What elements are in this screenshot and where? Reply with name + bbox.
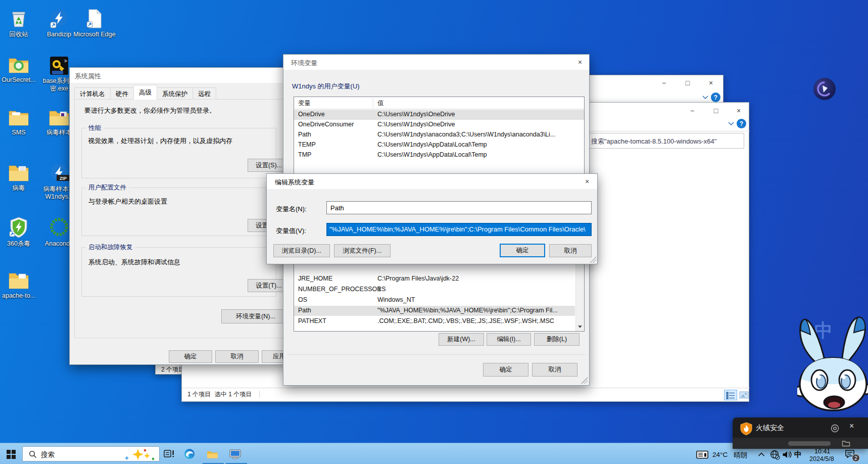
scroll-down-button[interactable] bbox=[576, 322, 585, 331]
icon-label: Microsoft Edge bbox=[73, 31, 116, 38]
details-view-button[interactable] bbox=[724, 390, 737, 400]
ime-indicator[interactable]: 中 bbox=[794, 450, 802, 459]
maximize-icon[interactable]: □ bbox=[683, 79, 693, 87]
desktop-icon-microsoft-edge[interactable]: Microsoft Edge bbox=[73, 8, 116, 38]
explorer-search-box[interactable]: 搜索"apache-tomcat-8.5.100-windows-x64" bbox=[588, 133, 744, 149]
status-item-count: 1 个项目 bbox=[187, 390, 211, 399]
file-explorer-taskbar-icon[interactable] bbox=[207, 450, 218, 459]
variable-value-field[interactable]: "%JAVA_HOME%\bin;%JAVA_HOME%\jre\bin";C:… bbox=[326, 223, 592, 236]
volume-icon[interactable] bbox=[782, 450, 792, 459]
taskbar-search-box[interactable]: 搜索 bbox=[22, 446, 160, 461]
huorong-notification: 火绒安全 × bbox=[733, 417, 868, 449]
user-variables-table[interactable]: 变量 值 OneDriveC:\Users\W1ndys\OneDrive On… bbox=[294, 97, 585, 176]
group-desc: 系统启动、系统故障和调试信息 bbox=[88, 258, 180, 267]
variable-name-value: Path bbox=[330, 204, 344, 212]
table-row[interactable]: OSWindows_NT bbox=[294, 295, 584, 305]
ok-button[interactable]: 确定 bbox=[169, 350, 212, 363]
tab-system-protection[interactable]: 系统保护 bbox=[157, 87, 193, 100]
desktop-icon-sms[interactable]: SMS bbox=[0, 108, 40, 136]
clock-time[interactable]: 10:41 bbox=[814, 448, 830, 455]
edit-variable-button[interactable]: 编辑(I)... bbox=[487, 333, 531, 346]
cancel-button[interactable]: 取消 bbox=[215, 350, 259, 363]
column-variable[interactable]: 变量 bbox=[298, 99, 311, 108]
cancel-button[interactable]: 取消 bbox=[549, 244, 592, 257]
minimize-icon[interactable]: − bbox=[687, 107, 697, 115]
desktop-icon-360[interactable]: 360杀毒 bbox=[0, 216, 40, 248]
ok-button[interactable]: 确定 bbox=[500, 244, 545, 257]
resize-grip[interactable] bbox=[581, 377, 588, 384]
column-value[interactable]: 值 bbox=[377, 99, 384, 108]
cancel-button[interactable]: 取消 bbox=[532, 363, 577, 377]
status-selected-count: 选中 1 个项目 bbox=[215, 390, 252, 399]
close-icon[interactable]: × bbox=[582, 177, 592, 185]
tab-hardware[interactable]: 硬件 bbox=[110, 87, 134, 100]
icon-label: 回收站 bbox=[0, 31, 40, 38]
notification-title: 火绒安全 bbox=[756, 424, 784, 433]
edge-shortcut-icon bbox=[84, 8, 105, 29]
icon-label: 病毒 bbox=[0, 184, 40, 192]
zip-badge-text: ZIP bbox=[60, 176, 67, 181]
close-icon[interactable]: × bbox=[706, 79, 716, 87]
new-variable-button[interactable]: 新建(W)... bbox=[439, 333, 484, 346]
browse-file-button[interactable]: 浏览文件(F)... bbox=[334, 244, 391, 257]
maximize-icon[interactable]: □ bbox=[711, 107, 721, 115]
table-row[interactable]: OneDriveConsumerC:\Users\W1ndys\OneDrive bbox=[294, 120, 584, 130]
start-button-icon[interactable] bbox=[7, 450, 16, 459]
ok-button[interactable]: 确定 bbox=[483, 363, 528, 377]
resize-grip[interactable] bbox=[590, 256, 596, 263]
close-icon[interactable]: × bbox=[734, 107, 744, 115]
chevron-down-icon[interactable] bbox=[728, 122, 735, 126]
admin-note: 要进行大多数更改，你必须作为管理员登录。 bbox=[84, 106, 216, 115]
desktop-icon-recycle-bin[interactable]: 回收站 bbox=[0, 8, 40, 38]
task-view-icon[interactable] bbox=[164, 449, 175, 458]
table-scrollbar[interactable] bbox=[575, 263, 584, 331]
thumbnail-view-button[interactable] bbox=[739, 390, 750, 400]
table-row[interactable]: Path"%JAVA_HOME%\bin;%JAVA_HOME%\jre\bin… bbox=[294, 306, 575, 316]
desktop-icon-virus-folder[interactable]: 病毒 bbox=[0, 163, 40, 192]
notification-second-row[interactable] bbox=[733, 438, 868, 449]
mascot-character bbox=[797, 311, 868, 412]
user-vars-label: W1ndys 的用户变量(U) bbox=[292, 82, 360, 91]
table-row[interactable]: NUMBER_OF_PROCESSORS1 bbox=[294, 285, 584, 295]
notification-count-badge[interactable]: 2 bbox=[852, 454, 860, 462]
tray-expand-chevron-icon[interactable] bbox=[758, 452, 765, 457]
weather-condition[interactable]: 晴朗 bbox=[734, 451, 747, 460]
news-weather-tray-icon[interactable] bbox=[696, 450, 709, 459]
chevron-down-icon[interactable] bbox=[702, 96, 709, 100]
table-row[interactable]: PathC:\Users\W1ndys\anaconda3;C:\Users\W… bbox=[294, 130, 584, 140]
close-icon[interactable]: × bbox=[575, 58, 585, 66]
edge-taskbar-icon[interactable] bbox=[184, 448, 195, 459]
weather-temperature[interactable]: 24°C bbox=[712, 451, 728, 458]
environment-variables-button[interactable]: 环境变量(N)... bbox=[221, 309, 290, 323]
search-input-text: 搜索"apache-tomcat-8.5.100-windows-x64" bbox=[591, 137, 716, 146]
svg-text:>: > bbox=[64, 58, 67, 64]
table-row[interactable]: TMPC:\Users\W1ndys\AppData\Local\Temp bbox=[294, 150, 584, 160]
table-header[interactable]: 变量 值 bbox=[294, 97, 584, 109]
tab-strip: 计算机名 硬件 高级 系统保护 远程 bbox=[74, 85, 216, 100]
variable-name-field[interactable]: Path bbox=[326, 201, 592, 214]
minimize-icon[interactable]: − bbox=[659, 79, 669, 87]
system-variables-table[interactable]: JRE_HOMEC:\Program Files\Java\jdk-22 NUM… bbox=[294, 263, 585, 332]
network-globe-icon[interactable] bbox=[770, 450, 780, 460]
table-row[interactable]: JRE_HOMEC:\Program Files\Java\jdk-22 bbox=[294, 274, 584, 284]
help-icon[interactable]: ? bbox=[711, 92, 720, 102]
table-row[interactable]: PATHEXT.COM;.EXE;.BAT;.CMD;.VBS;.VBE;.JS… bbox=[294, 316, 575, 327]
tab-advanced[interactable]: 高级 bbox=[133, 85, 157, 100]
tab-computer-name[interactable]: 计算机名 bbox=[74, 87, 111, 100]
desktop-icon-oursecret[interactable]: OurSecret... bbox=[0, 56, 40, 84]
desktop-icon-apache-tomcat[interactable]: apache-to... bbox=[0, 270, 40, 300]
clock-date[interactable]: 2024/5/8 bbox=[809, 455, 834, 462]
table-row[interactable]: TEMPC:\Users\W1ndys\AppData\Local\Temp bbox=[294, 140, 584, 150]
settings-icon[interactable] bbox=[831, 424, 839, 433]
icon-label: apache-to... bbox=[0, 292, 40, 300]
delete-variable-button[interactable]: 删除(L) bbox=[534, 333, 580, 346]
system-app-taskbar-icon[interactable] bbox=[229, 449, 242, 459]
dialog-title: 编辑系统变量 bbox=[275, 178, 314, 187]
browse-directory-button[interactable]: 浏览目录(D)... bbox=[273, 244, 330, 257]
table-row[interactable]: OneDriveC:\Users\W1ndys\OneDrive bbox=[294, 110, 584, 120]
app-logo-icon[interactable] bbox=[813, 78, 836, 100]
help-icon[interactable]: ? bbox=[737, 119, 746, 128]
close-icon[interactable]: × bbox=[849, 422, 854, 431]
tab-remote[interactable]: 远程 bbox=[192, 87, 216, 100]
dialog-title: 系统属性 bbox=[75, 72, 101, 81]
